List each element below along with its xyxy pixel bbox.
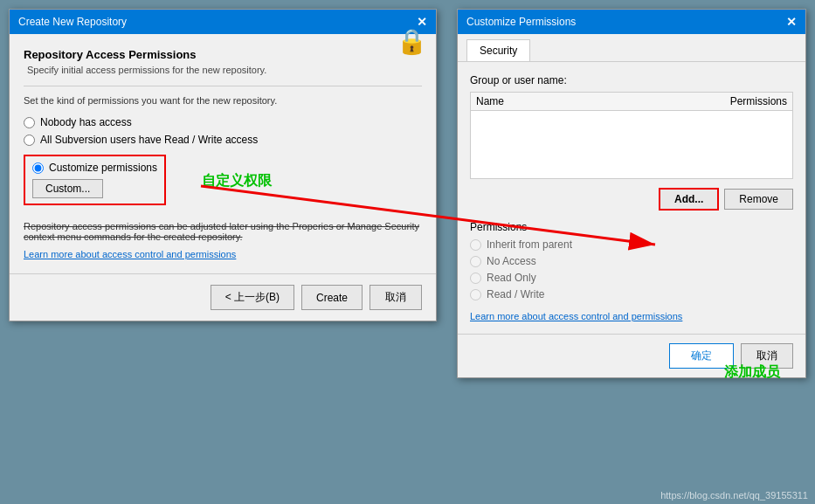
customize-dialog-title: Customize Permissions	[466, 16, 576, 28]
radio-nobody[interactable]	[24, 117, 35, 128]
name-permissions-table: Name Permissions	[470, 92, 793, 179]
watermark: https://blog.csdn.net/qq_39155311	[660, 490, 808, 501]
tab-security[interactable]: Security	[466, 39, 530, 61]
radio-all-label: All Subversion users have Read / Write a…	[40, 134, 258, 146]
customize-body: Group or user name: Name Permissions Add…	[458, 62, 805, 334]
create-section-title: Repository Access Permissions	[24, 48, 422, 61]
perm-no-access-radio[interactable]	[470, 256, 481, 267]
perm-read-write-label: Read / Write	[487, 288, 544, 300]
perm-read-only-label: Read Only	[487, 272, 536, 284]
create-dialog-body: Repository Access Permissions Specify in…	[10, 34, 436, 273]
cancel-button-create[interactable]: 取消	[370, 285, 422, 310]
radio-all[interactable]	[24, 135, 35, 146]
tab-bar: Security	[458, 34, 805, 62]
perm-inherit-label: Inherit from parent	[487, 238, 572, 251]
radio-nobody-item: Nobody has access	[24, 116, 422, 128]
permissions-section-title: Permissions	[470, 221, 793, 233]
annotation-customize: 自定义权限	[202, 172, 272, 190]
radio-nobody-label: Nobody has access	[40, 116, 132, 128]
remove-button[interactable]: Remove	[724, 189, 793, 210]
add-remove-row: Add... Remove	[470, 188, 793, 211]
perm-read-only-radio[interactable]	[470, 273, 481, 284]
create-dialog-footer: < 上一步(B) Create 取消	[10, 273, 436, 321]
perm-inherit-item: Inherit from parent	[470, 238, 793, 251]
perm-read-only-item: Read Only	[470, 272, 793, 284]
create-button[interactable]: Create	[301, 285, 363, 310]
perm-no-access-label: No Access	[487, 255, 536, 267]
col-name: Name	[476, 95, 700, 107]
add-button[interactable]: Add...	[659, 188, 719, 211]
create-dialog-titlebar: Create New Repository ✕	[10, 10, 436, 34]
create-section-subtitle: Specify initial access permissions for t…	[27, 65, 422, 75]
customize-label-row: Customize permissions	[32, 162, 157, 174]
perm-read-write-item: Read / Write	[470, 288, 793, 300]
access-radio-group: Nobody has access All Subversion users h…	[24, 116, 422, 146]
col-permissions: Permissions	[700, 95, 787, 107]
custom-button[interactable]: Custom...	[32, 179, 103, 198]
customize-learn-more-link[interactable]: Learn more about access control and perm…	[470, 311, 793, 321]
lock-icon: 🔒	[397, 27, 427, 56]
customize-dialog-titlebar: Customize Permissions ✕	[458, 10, 805, 34]
permissions-section: Permissions Inherit from parent No Acces…	[470, 221, 793, 300]
radio-customize[interactable]	[32, 162, 44, 174]
perm-read-write-radio[interactable]	[470, 289, 481, 300]
perm-radio-group: Inherit from parent No Access Read Only …	[470, 238, 793, 300]
note-strikethrough: Repository access permissions can be adj…	[24, 221, 422, 242]
customize-box: Customize permissions Custom...	[24, 155, 166, 205]
create-repository-dialog: Create New Repository ✕ Repository Acces…	[9, 9, 437, 321]
table-header: Name Permissions	[471, 93, 792, 111]
create-dialog-title: Create New Repository	[18, 16, 127, 28]
radio-all-item: All Subversion users have Read / Write a…	[24, 134, 422, 146]
customize-permissions-dialog: Customize Permissions ✕ Security Group o…	[457, 9, 806, 378]
perm-inherit-radio[interactable]	[470, 239, 481, 251]
perm-no-access-item: No Access	[470, 255, 793, 267]
create-learn-more-link[interactable]: Learn more about access control and perm…	[24, 249, 422, 259]
divider-1	[24, 86, 422, 86]
table-body	[471, 111, 792, 174]
annotation-add-member: 添加成员	[724, 363, 780, 382]
radio-customize-label: Customize permissions	[49, 162, 157, 174]
group-user-label: Group or user name:	[470, 74, 793, 86]
back-button[interactable]: < 上一步(B)	[211, 285, 294, 310]
permissions-desc: Set the kind of permissions you want for…	[24, 95, 422, 106]
customize-dialog-close[interactable]: ✕	[786, 15, 797, 29]
